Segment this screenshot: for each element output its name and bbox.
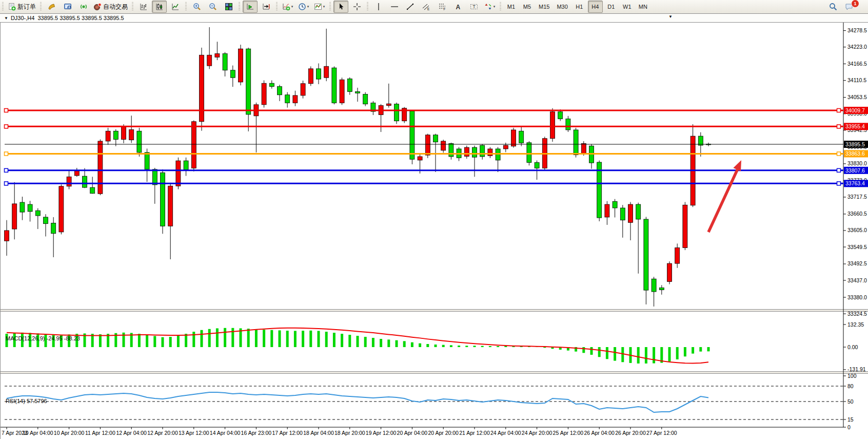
timeframe-m1-button[interactable]: M1 xyxy=(504,1,519,13)
fibo-icon: F xyxy=(438,3,446,11)
candle-body xyxy=(145,152,149,169)
candle-body xyxy=(535,163,539,168)
price-tick-label: 33549.5 xyxy=(847,244,867,250)
candle-body xyxy=(519,131,524,143)
price-tick-label: 34110.5 xyxy=(847,77,866,83)
chevron-down-icon[interactable]: ▾ xyxy=(291,5,293,9)
template-icon xyxy=(314,3,322,11)
auto-scroll-button[interactable] xyxy=(243,1,258,13)
timeframe-mn-button[interactable]: MN xyxy=(636,1,650,13)
price-tick-label: 33830.0 xyxy=(847,160,867,166)
chart-title: DJ30-,H4 xyxy=(11,15,34,21)
chart-shift-marker[interactable]: ▼ xyxy=(668,14,673,19)
text-button[interactable]: A xyxy=(450,1,465,13)
vertical-line-button[interactable] xyxy=(371,1,386,13)
chevron-down-icon[interactable]: ▾ xyxy=(494,5,496,9)
toolbar-grip xyxy=(329,2,331,11)
candle-body xyxy=(394,104,399,121)
price-tick-label: 33380.0 xyxy=(847,294,867,300)
hline-price-label-text: 34009.7 xyxy=(845,107,865,113)
candle-body xyxy=(278,87,282,95)
chevron-down-icon[interactable]: ▾ xyxy=(307,5,309,9)
line-handle[interactable] xyxy=(837,108,841,112)
line-handle[interactable] xyxy=(5,125,8,128)
candle-body xyxy=(433,135,438,142)
line-handle[interactable] xyxy=(837,125,841,128)
svg-text:F: F xyxy=(443,7,445,11)
rsi-indicator-label: RSI(14) 57.5796 xyxy=(6,398,47,404)
candle-body xyxy=(308,69,313,84)
current-price-label-text: 33895.5 xyxy=(845,141,865,147)
candle-body xyxy=(472,147,477,157)
chart-background xyxy=(1,22,868,439)
price-tick-label: 34278.5 xyxy=(847,27,867,33)
candle-body xyxy=(44,217,48,224)
chevron-down-icon[interactable]: ▾ xyxy=(323,5,325,9)
candle-body xyxy=(28,204,32,212)
candle-body xyxy=(675,247,680,263)
timeframe-h4-button[interactable]: H4 xyxy=(588,1,603,13)
timeframe-h1-button[interactable]: H1 xyxy=(572,1,587,13)
search-button[interactable] xyxy=(825,1,840,13)
autotrade-button[interactable]: 自动交易 xyxy=(92,1,129,13)
timeframe-w1-button[interactable]: W1 xyxy=(620,1,635,13)
profiles-button[interactable] xyxy=(60,1,75,13)
cursor-button[interactable] xyxy=(333,1,348,13)
line-handle[interactable] xyxy=(5,152,8,156)
indicators-button[interactable]: ▾ xyxy=(280,1,295,13)
signals-button[interactable] xyxy=(76,1,91,13)
toolbar-grip xyxy=(239,2,240,11)
timeframe-m30-button[interactable]: M30 xyxy=(554,1,570,13)
tile-windows-button[interactable] xyxy=(221,1,236,13)
candle-body xyxy=(347,79,352,92)
line-handle[interactable] xyxy=(5,108,8,112)
horizontal-line-button[interactable] xyxy=(387,1,402,13)
line-handle[interactable] xyxy=(837,168,841,172)
pane-splitter[interactable] xyxy=(1,310,868,312)
trendline-button[interactable] xyxy=(403,1,418,13)
candle-body xyxy=(441,141,446,150)
community-button[interactable]: 1 xyxy=(841,1,856,13)
zoom-out-button[interactable] xyxy=(205,1,220,13)
hline-price-label-text: 33763.4 xyxy=(845,180,865,186)
line-handle[interactable] xyxy=(5,182,8,185)
text-label-button[interactable]: T xyxy=(466,1,481,13)
line-chart-button[interactable] xyxy=(168,1,183,13)
timeframe-m5-button[interactable]: M5 xyxy=(520,1,535,13)
equidistant-channel-button[interactable]: E xyxy=(419,1,433,13)
alerts-button[interactable] xyxy=(44,1,59,13)
line-handle[interactable] xyxy=(5,168,8,172)
chart-canvas[interactable]: 34278.534223.034166.534110.534053.533998… xyxy=(1,22,868,439)
vline-icon xyxy=(374,3,383,11)
zoom-in-button[interactable] xyxy=(189,1,204,13)
candle-body xyxy=(698,136,703,145)
line-handle[interactable] xyxy=(837,152,841,156)
macd-indicator-label: MACD(12,26,9) -24.95 -88.23 xyxy=(6,335,80,341)
timeframe-m15-button[interactable]: M15 xyxy=(536,1,553,13)
candle-body xyxy=(605,204,609,217)
bar-chart-button[interactable] xyxy=(136,1,151,13)
svg-text:E: E xyxy=(427,7,430,11)
periods-button[interactable]: ▾ xyxy=(296,1,311,13)
line-handle[interactable] xyxy=(837,182,841,185)
candle-body xyxy=(184,161,188,169)
toolbar-grip xyxy=(185,2,187,11)
arrows-button[interactable]: ▾ xyxy=(482,1,497,13)
crosshair-button[interactable] xyxy=(349,1,364,13)
candle-body xyxy=(652,279,656,292)
chart-header: ▼ DJ30-,H4 33895.5 33895.5 33895.5 33895… xyxy=(0,14,868,23)
candle-body xyxy=(620,208,625,220)
rsi-scale-label: 100 xyxy=(847,373,857,379)
chart-shift-button[interactable] xyxy=(259,1,273,13)
macd-scale-label: 0.00 xyxy=(847,344,858,350)
candle-body xyxy=(176,161,181,186)
candle-body xyxy=(285,95,290,103)
symbol-dropdown-icon[interactable]: ▼ xyxy=(4,16,8,21)
fibonacci-button[interactable]: F xyxy=(435,1,449,13)
new-order-button[interactable]: 新订单 xyxy=(6,1,37,13)
candle-body xyxy=(246,49,251,114)
pane-splitter[interactable] xyxy=(1,372,868,374)
candlestick-chart-button[interactable] xyxy=(152,1,167,13)
timeframe-d1-button[interactable]: D1 xyxy=(604,1,619,13)
templates-button[interactable]: ▾ xyxy=(312,1,327,13)
